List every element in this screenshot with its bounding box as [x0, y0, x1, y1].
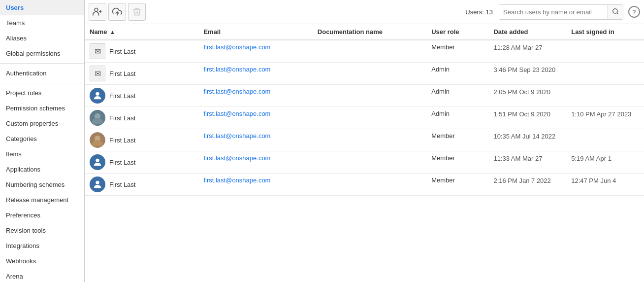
upload-users-button[interactable]: [108, 3, 126, 21]
user-name: First Last: [109, 137, 135, 144]
cell-email: first.last@onshape.com: [198, 129, 312, 151]
sidebar-item-release-management[interactable]: Release management: [0, 192, 84, 208]
sidebar-item-custom-properties[interactable]: Custom properties: [0, 116, 84, 131]
table-row[interactable]: First Lastfirst.last@onshape.comMember10…: [85, 129, 644, 151]
user-name: First Last: [109, 181, 135, 188]
sidebar-item-webhooks[interactable]: Webhooks: [0, 253, 84, 269]
sidebar-item-applications[interactable]: Applications: [0, 162, 84, 177]
user-email[interactable]: first.last@onshape.com: [203, 88, 270, 95]
user-name: First Last: [109, 48, 135, 55]
cell-last-signed: [566, 85, 644, 107]
sort-arrow-name: ▲: [110, 29, 115, 35]
sidebar-item-arena[interactable]: Arena: [0, 269, 84, 282]
table-row[interactable]: First Lastfirst.last@onshape.comAdmin1:5…: [85, 107, 644, 129]
cell-last-signed: 12:47 PM Jun 4: [566, 174, 644, 196]
cell-docname: [313, 63, 426, 85]
sidebar-item-permission-schemes[interactable]: Permission schemes: [0, 101, 84, 116]
sidebar-item-global-permissions[interactable]: Global permissions: [0, 46, 84, 61]
user-name: First Last: [109, 92, 135, 100]
col-header-dateadded[interactable]: Date added: [488, 24, 566, 40]
users-count: Users: 13: [465, 8, 493, 16]
sidebar-item-numbering-schemes[interactable]: Numbering schemes: [0, 177, 84, 192]
cell-last-signed: [566, 129, 644, 151]
table-body: ✉First Lastfirst.last@onshape.comMember1…: [85, 40, 644, 196]
cell-date-added: 10:35 AM Jul 14 2022: [488, 129, 566, 151]
table-header-row: Name ▲ Email Documentation name User rol…: [85, 24, 644, 40]
col-header-role[interactable]: User role: [426, 24, 488, 40]
user-email[interactable]: first.last@onshape.com: [203, 110, 270, 117]
users-table: Name ▲ Email Documentation name User rol…: [85, 24, 644, 196]
avatar-person: [90, 176, 105, 192]
add-user-button[interactable]: [89, 3, 106, 21]
cell-docname: [313, 85, 426, 107]
cell-role: Member: [426, 151, 488, 174]
sidebar-item-integrations[interactable]: Integrations: [0, 238, 84, 253]
sidebar: UsersTeamsAliasesGlobal permissionsAuthe…: [0, 0, 85, 282]
sidebar-item-authentication[interactable]: Authentication: [0, 66, 84, 81]
sidebar-item-preferences[interactable]: Preferences: [0, 208, 84, 223]
col-header-name[interactable]: Name ▲: [85, 24, 198, 40]
cell-role: Admin: [426, 85, 488, 107]
svg-point-6: [96, 92, 99, 96]
toolbar: Users: 13 ?: [85, 0, 644, 24]
sidebar-item-users[interactable]: Users: [0, 0, 84, 15]
svg-point-12: [96, 181, 99, 184]
sidebar-item-aliases[interactable]: Aliases: [0, 31, 84, 46]
delete-user-button[interactable]: [128, 3, 146, 21]
cell-role: Member: [426, 129, 488, 151]
avatar-person: [90, 154, 105, 170]
sidebar-item-teams[interactable]: Teams: [0, 15, 84, 31]
svg-point-11: [96, 159, 99, 162]
cell-docname: [313, 40, 426, 63]
table-row[interactable]: ✉First Lastfirst.last@onshape.comMember1…: [85, 40, 644, 63]
cell-last-signed: [566, 40, 644, 63]
cell-docname: [313, 174, 426, 196]
col-header-lastsigned[interactable]: Last signed in: [566, 24, 644, 40]
cell-role: Admin: [426, 107, 488, 129]
cell-role: Admin: [426, 63, 488, 85]
table-container: Name ▲ Email Documentation name User rol…: [85, 24, 644, 282]
cell-date-added: 1:51 PM Oct 9 2020: [488, 107, 566, 129]
cell-docname: [313, 129, 426, 151]
cell-email: first.last@onshape.com: [198, 151, 312, 174]
table-row[interactable]: First Lastfirst.last@onshape.comAdmin2:0…: [85, 85, 644, 107]
cell-name: First Last: [85, 174, 198, 196]
cell-email: first.last@onshape.com: [198, 85, 312, 107]
sidebar-item-project-roles[interactable]: Project roles: [0, 85, 84, 101]
table-row[interactable]: First Lastfirst.last@onshape.comMember2:…: [85, 174, 644, 196]
cell-name: First Last: [85, 85, 198, 107]
user-email[interactable]: first.last@onshape.com: [203, 176, 270, 184]
avatar-photo1: [90, 110, 105, 126]
cell-date-added: 2:05 PM Oct 9 2020: [488, 85, 566, 107]
user-email[interactable]: first.last@onshape.com: [203, 132, 270, 140]
avatar-envelope: ✉: [90, 66, 105, 81]
avatar-photo2: [90, 132, 105, 148]
cell-name: First Last: [85, 151, 198, 174]
cell-role: Member: [426, 174, 488, 196]
user-email[interactable]: first.last@onshape.com: [203, 154, 270, 162]
sidebar-item-categories[interactable]: Categories: [0, 131, 84, 146]
cell-date-added: 11:33 AM Mar 27: [488, 151, 566, 174]
user-name: First Last: [109, 70, 135, 77]
cell-docname: [313, 151, 426, 174]
user-email[interactable]: first.last@onshape.com: [203, 66, 270, 73]
col-header-email[interactable]: Email: [198, 24, 312, 40]
search-button[interactable]: [608, 5, 623, 19]
search-input[interactable]: [499, 5, 608, 19]
sidebar-item-revision-tools[interactable]: Revision tools: [0, 223, 84, 238]
cell-name: First Last: [85, 107, 198, 129]
cell-name: First Last: [85, 129, 198, 151]
user-email[interactable]: first.last@onshape.com: [203, 43, 270, 51]
cell-name: ✉First Last: [85, 40, 198, 63]
svg-point-4: [613, 8, 617, 13]
avatar-envelope: ✉: [90, 43, 105, 59]
cell-email: first.last@onshape.com: [198, 63, 312, 85]
help-button[interactable]: ?: [628, 6, 640, 18]
cell-name: ✉First Last: [85, 63, 198, 85]
main-content: Users: 13 ? Name ▲ Email Documentation n: [85, 0, 644, 282]
sidebar-item-items[interactable]: Items: [0, 146, 84, 162]
col-header-docname[interactable]: Documentation name: [313, 24, 426, 40]
cell-last-signed: 1:10 PM Apr 27 2023: [566, 107, 644, 129]
table-row[interactable]: ✉First Lastfirst.last@onshape.comAdmin3:…: [85, 63, 644, 85]
table-row[interactable]: First Lastfirst.last@onshape.comMember11…: [85, 151, 644, 174]
